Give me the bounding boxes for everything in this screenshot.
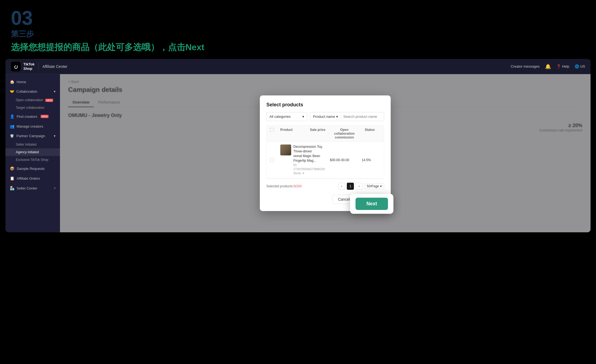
- next-button-highlight: Next: [350, 194, 393, 214]
- search-input[interactable]: [341, 113, 384, 120]
- sidebar-item-seller-center[interactable]: 🏪 Seller Center ↗: [5, 183, 60, 193]
- next-button-large[interactable]: Next: [356, 198, 388, 210]
- sidebar-sub-seller-initiated[interactable]: Seller Initiated: [5, 141, 60, 148]
- sidebar-item-manage-creators[interactable]: 👥 Manage creators: [5, 121, 60, 131]
- product-info: Decompression Toy, Three-dimensional Mag…: [280, 145, 325, 175]
- th-commission: Open collaboration commission: [332, 128, 357, 139]
- next-page-button[interactable]: ›: [356, 183, 363, 190]
- flag-icon: 🌐: [575, 64, 579, 68]
- product-stock: Stock: 4: [293, 171, 325, 175]
- question-icon: ❓: [556, 64, 561, 68]
- content-area: < Back Campaign details Overview Perform…: [60, 74, 591, 232]
- chevron-down-icon-3: ▾: [380, 184, 382, 188]
- orders-icon: 📋: [10, 176, 14, 181]
- sidebar-item-affiliate-orders[interactable]: 📋 Affiliate Orders: [5, 173, 60, 183]
- collaboration-icon: 🤝: [10, 89, 14, 94]
- product-details: Decompression Toy, Three-dimensional Mag…: [293, 145, 325, 175]
- tiktok-logo-icon: [11, 62, 21, 71]
- product-commission: 14.5%: [354, 158, 378, 162]
- manage-creators-icon: 👥: [10, 124, 14, 128]
- notification-icon[interactable]: 🔔: [545, 64, 551, 70]
- sidebar-item-collaboration[interactable]: 🤝 Collaboration ▾: [5, 87, 60, 96]
- product-price: $30.00-30.00: [327, 158, 352, 162]
- select-all-checkbox[interactable]: [270, 128, 274, 132]
- select-products-modal: Select products All categories ▾ Product…: [260, 95, 391, 211]
- modal-overlay: Select products All categories ▾ Product…: [60, 74, 591, 232]
- chevron-icon: ▾: [54, 89, 56, 94]
- main-layout: 🏠 Home 🤝 Collaboration ▾ Open collaborat…: [5, 74, 591, 232]
- category-select[interactable]: All categories ▾: [266, 112, 307, 121]
- status-badge: Available: [383, 158, 384, 163]
- per-page-select[interactable]: 50/Page ▾: [364, 183, 384, 189]
- help-button[interactable]: ❓ Help: [556, 64, 569, 68]
- table-row: Decompression Toy, Three-dimensional Mag…: [267, 142, 384, 178]
- external-link-icon: ↗: [53, 187, 56, 190]
- search-filter: Product name ▾ 🔍: [310, 112, 384, 121]
- header-right: Creator messages 🔔 ❓ Help 🌐 US: [511, 64, 585, 70]
- product-thumbnail: [280, 145, 291, 155]
- sidebar: 🏠 Home 🤝 Collaboration ▾ Open collaborat…: [5, 74, 60, 232]
- page-1-button[interactable]: 1: [347, 183, 354, 190]
- sidebar-sub-open-collaboration[interactable]: Open collaboration NEW: [5, 96, 60, 104]
- row-checkbox[interactable]: [270, 158, 274, 162]
- partner-campaign-icon: 🛡️: [10, 134, 14, 138]
- sidebar-item-find-creators[interactable]: 👤 Find creators NEW: [5, 112, 60, 121]
- sidebar-item-home[interactable]: 🏠 Home: [5, 77, 60, 87]
- creator-messages-link[interactable]: Creator messages: [511, 64, 540, 68]
- selected-count: Selected products:0/200: [266, 184, 302, 188]
- product-name: Decompression Toy, Three-dimensional Mag…: [293, 145, 325, 163]
- th-status: Status: [359, 128, 381, 139]
- find-creators-icon: 👤: [10, 114, 14, 119]
- modal-title: Select products: [266, 102, 384, 108]
- pagination-row: Selected products:0/200 ‹ 1 › 50/Page ▾: [266, 183, 384, 190]
- region-button[interactable]: 🌐 US: [575, 64, 585, 68]
- filter-label-dropdown[interactable]: Product name ▾: [310, 113, 341, 120]
- th-product: Product: [280, 128, 303, 139]
- step-instruction: 选择您想提报的商品（此处可多选哦），点击Next: [11, 41, 591, 53]
- sidebar-item-sample-requests[interactable]: 📦 Sample Requests: [5, 164, 60, 173]
- header-divider: [38, 63, 39, 70]
- product-table: Product Sale price Open collaboration co…: [266, 125, 384, 179]
- home-icon: 🏠: [10, 80, 14, 84]
- step-number: 03: [11, 8, 591, 28]
- chevron-down-icon-2: ▾: [336, 115, 338, 119]
- logo-text-line1: TikTok: [23, 62, 35, 67]
- sidebar-sub-exclusive-tiktok[interactable]: Exclusive TikTok Shop: [5, 156, 60, 164]
- step-substep: 第三步: [11, 29, 591, 39]
- logo-text-line2: Shop: [23, 67, 35, 71]
- table-header: Product Sale price Open collaboration co…: [267, 126, 384, 142]
- filter-row: All categories ▾ Product name ▾ 🔍: [266, 112, 384, 121]
- browser-window: TikTok Shop Affiliate Center Creator mes…: [5, 59, 591, 232]
- seller-center-icon: 🏪: [10, 186, 14, 190]
- prev-page-button[interactable]: ‹: [338, 183, 345, 190]
- sidebar-sub-target-collaboration[interactable]: Target collaboration: [5, 104, 60, 112]
- sidebar-sub-agency-initiated[interactable]: Agency initiated: [5, 148, 60, 156]
- logo-area: TikTok Shop: [11, 62, 35, 71]
- chevron-icon-2: ▾: [54, 134, 56, 138]
- sample-icon: 📦: [10, 166, 14, 171]
- sidebar-item-partner-campaign[interactable]: 🛡️ Partner Campaign ▾: [5, 131, 60, 141]
- chevron-down-icon: ▾: [302, 115, 304, 119]
- app-header: TikTok Shop Affiliate Center Creator mes…: [5, 59, 591, 74]
- affiliate-center-label: Affiliate Center: [43, 64, 68, 69]
- pagination-controls: ‹ 1 › 50/Page ▾: [338, 183, 384, 190]
- th-price: Sale price: [305, 128, 330, 139]
- product-id: ID: 1729705546273886325: [293, 163, 325, 172]
